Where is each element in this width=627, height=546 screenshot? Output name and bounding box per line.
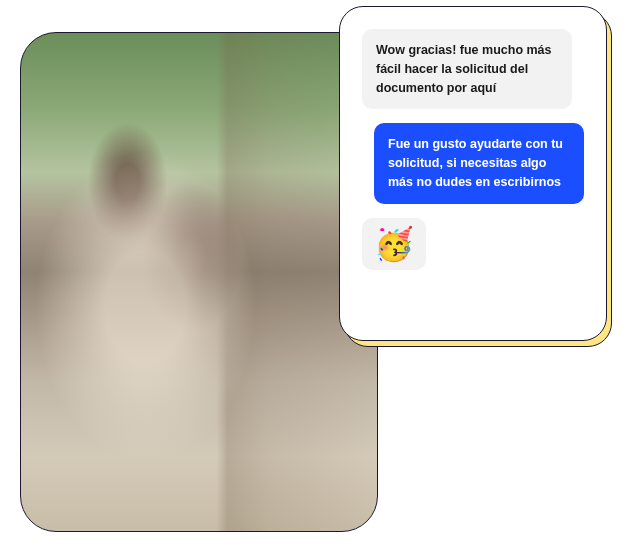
chat-message-emoji: 🥳: [362, 218, 426, 270]
hero-photo: [20, 32, 378, 532]
chat-message-received: Wow gracias! fue mucho más fácil hacer l…: [362, 29, 572, 109]
chat-card: Wow gracias! fue mucho más fácil hacer l…: [339, 6, 607, 341]
chat-message-sent: Fue un gusto ayudarte con tu solicitud, …: [374, 123, 584, 203]
